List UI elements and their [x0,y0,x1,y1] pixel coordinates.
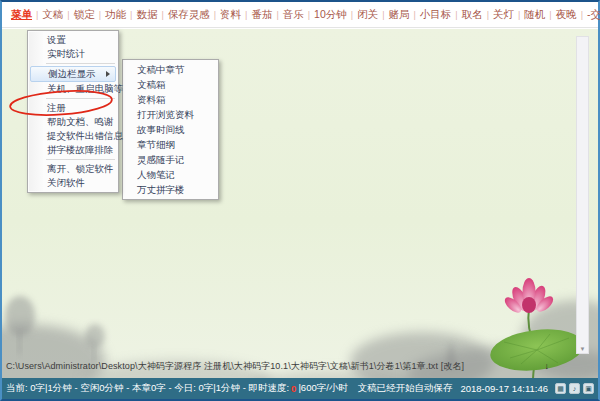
submenu-item[interactable]: 万丈拼字楼 [123,182,218,197]
menubar-item[interactable]: 取名 [459,8,486,22]
menubar-item[interactable]: 夜晚 [553,8,580,22]
menubar-items: 菜单|文稿|锁定|功能|数据|保存灵感|资料|番茄|音乐|10分钟|闭关|赌局|… [8,8,600,22]
submenu-item[interactable]: 打开浏览资料 [123,107,218,122]
menubar-item[interactable]: 闭关 [354,8,381,22]
dropdown-item[interactable]: 设置 [28,33,118,47]
dropdown-item[interactable]: 注册 [28,101,118,115]
menubar-item[interactable]: 功能 [102,8,129,22]
menubar: 菜单|文稿|锁定|功能|数据|保存灵感|资料|番茄|音乐|10分钟|闭关|赌局|… [2,2,598,28]
ime-icon[interactable]: ▣ [583,383,594,394]
scroll-down-icon[interactable]: ▼ [577,346,588,352]
lotus-ink-painting [2,248,598,378]
vertical-scrollbar[interactable]: ▼ [576,36,589,354]
statusbar: 当前: 0字|1分钟 - 空闲0分钟 - 本章0字 - 今日: 0字|1分钟 -… [2,378,598,399]
menubar-item[interactable]: 文稿 [39,8,66,22]
menubar-item[interactable]: 数据 [133,8,160,22]
dropdown-item[interactable]: 侧边栏显示 [30,66,116,82]
chevron-right-icon [106,71,110,77]
down-arrow-mark: ↓ [545,361,550,371]
file-path: C:\Users\Administrator\Desktop\大神码字源程序 注… [6,361,438,371]
menu-separator [46,98,115,99]
keyboard-icon[interactable]: ▦ [555,383,566,394]
submenu-item[interactable]: 故事时间线 [123,122,218,137]
menubar-item[interactable]: 菜单 [8,8,35,22]
menubar-item[interactable]: 保存灵感 [165,8,213,22]
menubar-item[interactable]: 番茄 [248,8,275,22]
submenu-item[interactable]: 文稿中章节 [123,62,218,77]
submenu-item[interactable]: 人物笔记 [123,167,218,182]
speed-value: 0 [289,383,298,394]
submenu-item[interactable]: 资料箱 [123,92,218,107]
dropdown-item[interactable]: 关闭软件 [28,176,118,190]
rename-link[interactable]: [改名] [441,361,464,371]
stats-text: 当前: 0字|1分钟 - 空闲0分钟 - 本章0字 - 今日: 0字|1分钟 -… [6,382,289,395]
dropdown-item[interactable]: 提交软件出错信息 [28,129,118,143]
dropdown-item[interactable]: 帮助文档、鸣谢 [28,115,118,129]
menubar-item[interactable]: 资料 [217,8,244,22]
file-path-bar: C:\Users\Administrator\Desktop\大神码字源程序 注… [6,360,464,373]
submenu-item[interactable]: 灵感随手记 [123,152,218,167]
menubar-item[interactable]: -交- [584,8,600,22]
submenu-item[interactable]: 章节细纲 [123,137,218,152]
autosave-status: 文稿已经开始自动保存 [357,382,452,395]
menubar-item[interactable]: 关灯 [490,8,517,22]
dropdown-item[interactable]: 离开、锁定软件 [28,162,118,176]
menubar-item[interactable]: 10分钟 [311,8,350,22]
sound-icon[interactable]: ♪ [569,383,580,394]
statusbar-stats: 当前: 0字|1分钟 - 空闲0分钟 - 本章0字 - 今日: 0字|1分钟 -… [6,382,348,395]
menubar-item[interactable]: 音乐 [280,8,307,22]
menubar-item[interactable]: 锁定 [71,8,98,22]
sidebar-display-submenu: 文稿中章节文稿箱资料箱打开浏览资料故事时间线章节细纲灵感随手记人物笔记万丈拼字楼 [122,59,219,200]
timestamp: 2018-09-17 14:11:46 [460,383,548,394]
menu-separator [46,63,115,64]
app-window: 菜单|文稿|锁定|功能|数据|保存灵感|资料|番茄|音乐|10分钟|闭关|赌局|… [0,0,600,401]
menubar-item[interactable]: 随机 [521,8,548,22]
dropdown-item[interactable]: 实时统计 [28,47,118,61]
menubar-item[interactable]: 赌局 [385,8,412,22]
statusbar-right: 文稿已经开始自动保存 2018-09-17 14:11:46 ▦ ♪ ▣ [357,382,594,395]
speed-suffix: |600字/小时 [298,382,347,395]
submenu-item[interactable]: 文稿箱 [123,77,218,92]
menubar-item[interactable]: 小目标 [417,8,455,22]
menu-dropdown: 设置实时统计侧边栏显示关机、重启电脑等注册帮助文档、鸣谢提交软件出错信息拼字楼故… [27,30,119,193]
dropdown-item[interactable]: 关机、重启电脑等 [28,82,118,96]
menu-separator [46,159,115,160]
dropdown-item[interactable]: 拼字楼故障排除 [28,143,118,157]
tray-icons: ▦ ♪ ▣ [555,383,594,394]
